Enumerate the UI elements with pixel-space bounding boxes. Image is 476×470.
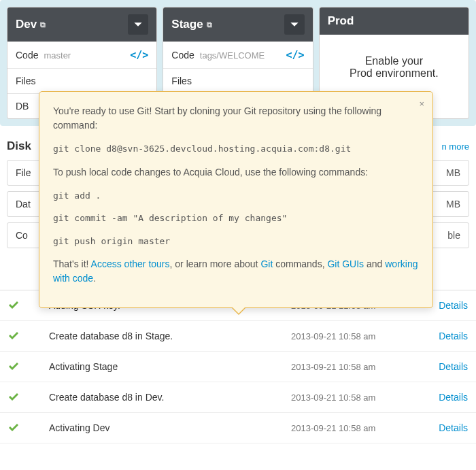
- details-link[interactable]: Details: [439, 422, 468, 433]
- check-icon: [8, 363, 49, 371]
- chevron-down-icon: [290, 20, 299, 29]
- git-guis-link[interactable]: Git GUIs: [327, 258, 364, 269]
- task-name: Activating Dev: [49, 422, 291, 433]
- disk-row-value: ble: [447, 230, 460, 241]
- external-link-icon: ⧉: [40, 20, 46, 29]
- dev-code-value: master: [44, 50, 130, 61]
- dev-header[interactable]: Dev⧉: [7, 7, 156, 41]
- task-initiated: 2013-09-21 10:58 am: [291, 392, 420, 403]
- chevron-down-icon: [133, 20, 143, 29]
- code-label: Code: [16, 50, 38, 61]
- disk-row-value: MB: [446, 199, 460, 209]
- disk-row-label: File: [16, 167, 31, 178]
- files-label: Files: [171, 75, 192, 86]
- details-link[interactable]: Details: [439, 392, 468, 403]
- task-name: Create database d8 in Stage.: [49, 331, 291, 341]
- stage-code-row[interactable]: Code tags/WELCOME </>: [163, 41, 312, 68]
- task-row: Create database d8 in Stage.2013-09-21 1…: [0, 321, 476, 352]
- disk-title: Disk: [7, 139, 31, 153]
- task-name: Create database d8 in Dev.: [49, 392, 291, 403]
- git-clone-command: git clone d8@svn-3625.devcloud.hosting.a…: [53, 142, 419, 156]
- task-row: Activating Stage2013-09-21 10:58 amDetai…: [0, 352, 476, 382]
- git-commit-command: git commit -am "A description of my chan…: [53, 212, 419, 225]
- code-label: Code: [171, 50, 194, 61]
- popover-push-intro: To push local code changes to Acquia Clo…: [53, 165, 419, 180]
- stage-code-value: tags/WELCOME: [200, 50, 286, 61]
- popover-footer: That's it! Access other tours, or learn …: [53, 257, 419, 286]
- dev-files-row[interactable]: Files: [7, 68, 156, 93]
- git-tour-popover: × You're ready to use Git! Start by clon…: [39, 91, 433, 308]
- check-icon: [8, 424, 49, 433]
- task-row: Activating Dev2013-09-21 10:58 amDetails: [0, 413, 476, 443]
- git-link[interactable]: Git: [260, 258, 273, 269]
- stage-title: Stage: [171, 18, 203, 31]
- disk-row-value: MB: [446, 167, 460, 178]
- task-initiated: 2013-09-21 10:58 am: [291, 362, 420, 372]
- details-link[interactable]: Details: [439, 300, 468, 311]
- popover-intro: You're ready to use Git! Start by clonin…: [53, 104, 419, 133]
- code-icon[interactable]: </>: [286, 49, 305, 61]
- disk-row-label: Co: [16, 230, 28, 241]
- learn-more-link[interactable]: n more: [442, 141, 469, 152]
- task-row: Create database d8 in Dev.2013-09-21 10:…: [0, 382, 476, 413]
- close-icon[interactable]: ×: [419, 97, 424, 111]
- git-push-command: git push origin master: [53, 235, 419, 248]
- stage-files-row[interactable]: Files: [163, 68, 312, 93]
- stage-header[interactable]: Stage⧉: [163, 7, 312, 41]
- access-tours-link[interactable]: Access other tours: [91, 258, 170, 269]
- prod-enable-message[interactable]: Enable your Prod environment.: [320, 35, 469, 100]
- files-label: Files: [16, 75, 36, 86]
- check-icon: [8, 393, 49, 402]
- dev-dropdown[interactable]: [128, 14, 148, 35]
- prod-title: Prod: [328, 14, 354, 28]
- task-name: Activating Stage: [49, 361, 291, 372]
- disk-row-label: Dat: [16, 199, 31, 209]
- task-initiated: 2013-09-21 10:58 am: [291, 423, 420, 433]
- check-icon: [8, 332, 49, 341]
- task-initiated: 2013-09-21 10:58 am: [291, 331, 420, 341]
- external-link-icon: ⧉: [207, 20, 212, 29]
- db-label: DB: [16, 101, 29, 112]
- dev-code-row[interactable]: Code master </>: [7, 41, 156, 68]
- stage-dropdown[interactable]: [284, 14, 305, 35]
- prod-header[interactable]: Prod: [320, 7, 469, 35]
- details-link[interactable]: Details: [439, 331, 468, 341]
- details-link[interactable]: Details: [439, 361, 468, 372]
- git-add-command: git add .: [53, 189, 419, 203]
- popover-arrow-icon: [231, 307, 246, 315]
- code-icon[interactable]: </>: [130, 49, 148, 61]
- dev-title: Dev: [16, 18, 37, 31]
